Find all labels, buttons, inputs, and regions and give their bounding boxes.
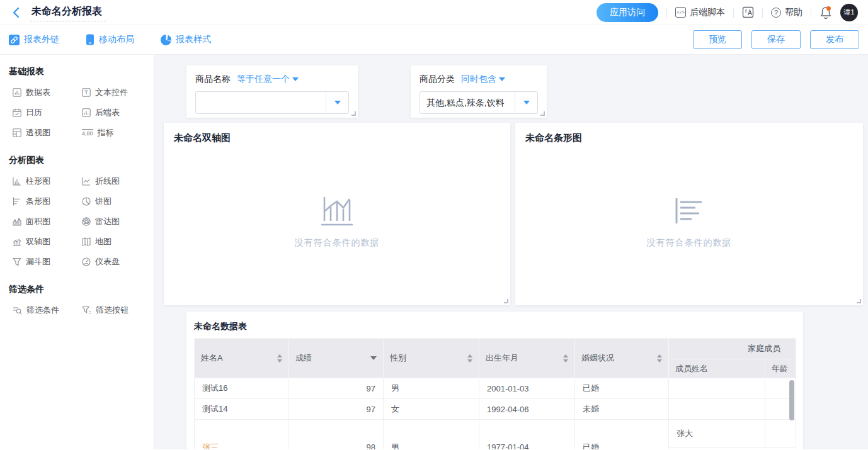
table-vertical-scrollbar[interactable] — [789, 380, 794, 420]
chart-widget-dual-axis[interactable]: 未命名双轴图 没有符合条件的数据 — [164, 123, 510, 305]
filter-widget-product-category[interactable]: 商品分类 同时包含 其他,糕点,辣条,饮料 — [411, 65, 547, 118]
resize-handle[interactable] — [540, 111, 545, 116]
select-arrow — [515, 92, 537, 113]
divider — [762, 8, 763, 18]
line-chart-icon — [82, 177, 91, 186]
bar-chart-icon — [13, 197, 21, 206]
filter-operator-dropdown[interactable]: 同时包含 — [461, 74, 505, 85]
sidebar-item-metric[interactable]: 4,80 指标 — [82, 127, 154, 138]
sidebar-item-filter-condition[interactable]: 筛选条件 — [13, 305, 82, 316]
table-title: 未命名数据表 — [186, 312, 803, 338]
table-row: 测试14 97 女 1992-04-06 未婚 — [195, 399, 796, 420]
chevron-down-icon — [523, 101, 530, 104]
pie-style-icon — [161, 35, 171, 45]
table-row: 张三 98 男 1977-01-04 已婚 张大 — [195, 420, 796, 447]
notification-bell-icon[interactable] — [819, 6, 832, 20]
app-access-button[interactable]: 应用访问 — [597, 3, 658, 22]
code-icon: </> — [675, 7, 686, 18]
sidebar-item-map[interactable]: 地图 — [82, 236, 154, 247]
section-title-charts: 分析图表 — [0, 155, 154, 166]
sidebar-item-bar-chart[interactable]: 条形图 — [13, 196, 82, 207]
save-button[interactable]: 保存 — [751, 30, 801, 49]
back-icon[interactable] — [9, 6, 23, 20]
column-header-gender[interactable]: 性别 — [384, 339, 479, 378]
pie-chart-icon — [82, 197, 91, 206]
mobile-icon — [86, 34, 94, 45]
sort-icon[interactable] — [563, 354, 568, 363]
sidebar-item-gauge[interactable]: 仪表盘 — [82, 256, 154, 267]
column-header-member-name[interactable]: 成员姓名 — [669, 359, 765, 378]
chevron-down-icon — [499, 77, 505, 81]
data-table-widget[interactable]: 未命名数据表 姓名A 成绩 — [186, 312, 803, 449]
language-button[interactable] — [742, 6, 754, 18]
external-link-button[interactable]: 报表外链 — [9, 34, 59, 45]
app-header: 未命名分析报表 应用访问 </> 后端脚本 ? 帮助 — [0, 0, 868, 25]
sidebar-item-line-chart[interactable]: 折线图 — [82, 176, 154, 187]
section-title-filters: 筛选条件 — [0, 284, 154, 295]
resize-handle[interactable] — [504, 299, 508, 303]
chart-title: 未命名双轴图 — [164, 123, 510, 144]
report-style-button[interactable]: 报表样式 — [161, 34, 211, 45]
sidebar-item-data-table[interactable]: 数据表 — [13, 87, 82, 98]
section-title-basic: 基础报表 — [0, 66, 154, 77]
filter-widget-product-name[interactable]: 商品名称 等于任意一个 — [186, 65, 358, 118]
sort-icon[interactable] — [467, 354, 472, 363]
publish-button[interactable]: 发布 — [810, 30, 859, 49]
table-chart-icon — [13, 88, 21, 97]
empty-state: 没有符合条件的数据 — [164, 157, 510, 286]
sidebar-item-backend-table[interactable]: 后端表 — [82, 107, 154, 118]
dual-axis-empty-icon — [319, 194, 355, 226]
table-row: 测试16 97 男 2001-01-03 已婚 — [195, 378, 796, 399]
help-button[interactable]: ? 帮助 — [771, 7, 802, 18]
chart-title: 未命名条形图 — [515, 123, 863, 144]
column-header-age[interactable]: 年龄 — [765, 359, 796, 378]
dual-axis-chart-icon — [13, 237, 21, 246]
sidebar-item-radar-chart[interactable]: 雷达图 — [82, 216, 154, 227]
backend-script-button[interactable]: </> 后端脚本 — [675, 7, 725, 18]
sidebar-item-column-chart[interactable]: 柱形图 — [13, 176, 82, 187]
empty-text: 没有符合条件的数据 — [295, 237, 380, 249]
mobile-layout-button[interactable]: 移动布局 — [86, 34, 134, 45]
sidebar-item-dual-axis-chart[interactable]: 双轴图 — [13, 236, 82, 247]
sidebar-item-pivot[interactable]: 透视图 — [13, 127, 82, 138]
filter-search-icon — [13, 306, 22, 315]
user-avatar[interactable]: 谭1 — [840, 4, 858, 21]
filter-value-select[interactable]: 其他,糕点,辣条,饮料 — [420, 91, 538, 114]
report-title[interactable]: 未命名分析报表 — [30, 4, 106, 21]
calendar-icon — [13, 108, 21, 117]
divider — [733, 8, 734, 18]
sort-desc-icon[interactable] — [370, 356, 377, 360]
filter-operator-dropdown[interactable]: 等于任意一个 — [237, 74, 299, 85]
column-header-score[interactable]: 成绩 — [289, 339, 384, 378]
column-header-marital[interactable]: 婚姻状况 — [575, 339, 669, 378]
column-header-birth[interactable]: 出生年月 — [479, 339, 575, 378]
chevron-down-icon — [292, 77, 299, 81]
resize-handle[interactable] — [857, 299, 861, 303]
sidebar-item-area-chart[interactable]: 面积图 — [13, 216, 82, 227]
preview-button[interactable]: 预览 — [693, 30, 742, 49]
help-icon: ? — [771, 8, 781, 18]
link-icon — [9, 35, 20, 45]
metric-icon: 4,80 — [82, 129, 93, 137]
filter-label: 商品名称 — [195, 74, 231, 85]
column-header-name[interactable]: 姓名A — [195, 339, 289, 378]
sort-icon[interactable] — [277, 354, 282, 363]
sidebar-item-pie-chart[interactable]: 饼图 — [82, 196, 154, 207]
select-arrow — [326, 92, 348, 113]
pivot-icon — [13, 128, 21, 137]
sidebar-item-funnel-chart[interactable]: 漏斗图 — [13, 256, 82, 267]
radar-chart-icon — [82, 217, 91, 226]
map-icon — [82, 237, 91, 246]
divider — [811, 8, 811, 18]
divider — [666, 8, 667, 18]
sort-icon[interactable] — [657, 354, 662, 363]
empty-text: 没有符合条件的数据 — [647, 237, 732, 249]
empty-state: 没有符合条件的数据 — [515, 157, 863, 286]
filter-value-select[interactable] — [195, 91, 349, 114]
report-toolbar: 报表外链 移动布局 报表样式 预览 保存 发布 — [0, 25, 868, 55]
sidebar-item-calendar[interactable]: 日历 — [13, 107, 82, 118]
chart-widget-bar[interactable]: 未命名条形图 没有符合条件的数据 — [515, 123, 863, 305]
sidebar-item-text-widget[interactable]: 文本控件 — [82, 87, 154, 98]
resize-handle[interactable] — [351, 111, 356, 116]
sidebar-item-filter-button[interactable]: 筛选按钮 — [82, 305, 154, 316]
